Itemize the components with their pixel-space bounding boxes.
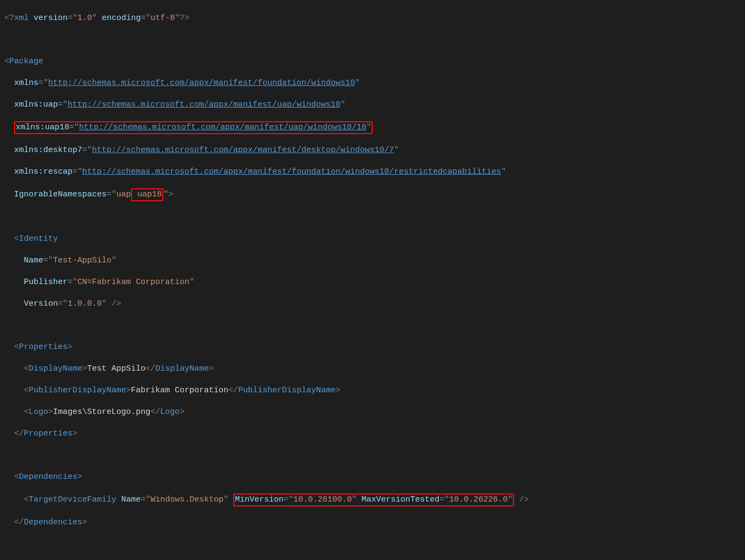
properties-close: </Properties> bbox=[4, 429, 741, 439]
identity-open: <Identity bbox=[4, 234, 741, 245]
properties-publisherdisplayname: <PublisherDisplayName>Fabrikam Corporati… bbox=[4, 385, 741, 396]
xmlns-desktop7: xmlns:desktop7="http://schemas.microsoft… bbox=[4, 145, 741, 156]
dependencies-open: <Dependencies> bbox=[4, 472, 741, 483]
properties-logo: <Logo>Images\StoreLogo.png</Logo> bbox=[4, 407, 741, 418]
package-open: <Package bbox=[4, 56, 741, 67]
identity-version: Version="1.0.0.0" /> bbox=[4, 299, 741, 309]
xml-declaration: <?xml version="1.0" encoding="utf-8"?> bbox=[4, 13, 741, 24]
xmlns-uap: xmlns:uap="http://schemas.microsoft.com/… bbox=[4, 100, 741, 110]
properties-open: <Properties> bbox=[4, 342, 741, 353]
dependencies-close: </Dependencies> bbox=[4, 517, 741, 528]
xmlns-uap18-highlighted: xmlns:uap18="http://schemas.microsoft.co… bbox=[4, 121, 741, 134]
ignorable-namespaces: IgnorableNamespaces="uap uap18"> bbox=[4, 188, 741, 201]
code-editor: <?xml version="1.0" encoding="utf-8"?> <… bbox=[0, 0, 745, 560]
target-device-family: <TargetDeviceFamily Name="Windows.Deskto… bbox=[4, 493, 741, 506]
identity-name: Name="Test-AppSilo" bbox=[4, 255, 741, 266]
xmlns-rescap: xmlns:rescap="http://schemas.microsoft.c… bbox=[4, 167, 741, 177]
xmlns-default: xmlns="http://schemas.microsoft.com/appx… bbox=[4, 78, 741, 89]
properties-displayname: <DisplayName>Test AppSilo</DisplayName> bbox=[4, 364, 741, 374]
identity-publisher: Publisher="CN=Fabrikam Corporation" bbox=[4, 277, 741, 288]
